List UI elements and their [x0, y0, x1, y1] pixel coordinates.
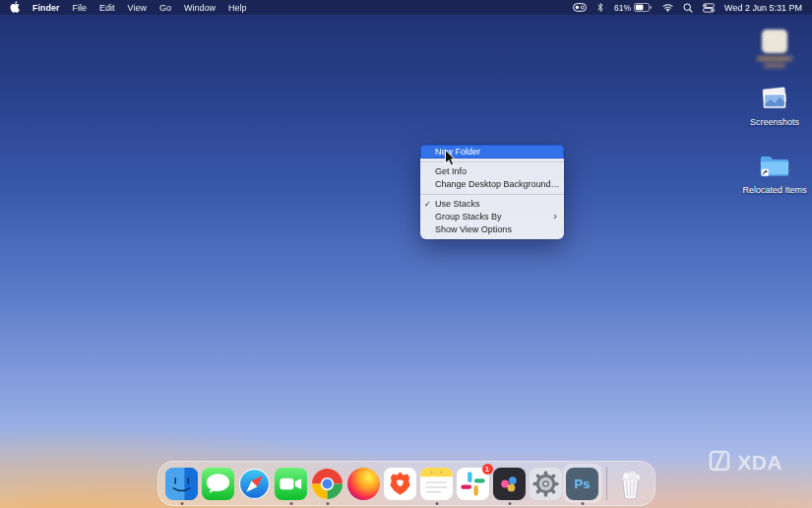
menu-item-show-view-options[interactable]: Show View Options: [420, 223, 564, 236]
dark-photo-app-icon: [493, 468, 526, 500]
spotlight-search-icon[interactable]: [683, 3, 693, 13]
running-indicator: [326, 502, 329, 505]
menu-edit[interactable]: Edit: [99, 3, 115, 13]
dock-app-safari[interactable]: [238, 467, 272, 500]
desktop-icon-blurred-app[interactable]: [745, 30, 804, 68]
running-indicator: [289, 502, 292, 505]
menu-separator: [420, 194, 564, 195]
dock-app-system-preferences[interactable]: [530, 467, 563, 500]
notes-icon: [420, 468, 453, 500]
dock-app-facetime[interactable]: [275, 467, 308, 500]
wifi-icon[interactable]: [662, 3, 673, 12]
menu-item-new-folder[interactable]: New Folder: [420, 145, 564, 159]
menu-window[interactable]: Window: [184, 3, 216, 13]
desktop[interactable]: { "menu_bar": { "app_name": "Finder", "m…: [0, 0, 812, 508]
facetime-icon: [275, 468, 307, 500]
trash-icon: [614, 468, 647, 500]
desktop-icon-relocated-items[interactable]: Relocated Items: [740, 153, 809, 195]
bluetooth-icon[interactable]: [596, 2, 604, 13]
alias-folder-icon: [759, 153, 790, 183]
menu-go[interactable]: Go: [159, 3, 171, 13]
menu-bar-clock[interactable]: Wed 2 Jun 5:31 PM: [724, 3, 802, 13]
battery-icon: [634, 3, 653, 12]
messages-icon: [202, 468, 234, 500]
menu-separator: [420, 161, 564, 162]
blurred-label-line: [764, 63, 785, 68]
checkmark-icon: ✓: [424, 198, 431, 211]
menu-item-change-desktop-background[interactable]: Change Desktop Background…: [420, 178, 564, 191]
xda-logo-icon: [708, 449, 731, 476]
dock-app-notes[interactable]: [420, 467, 454, 500]
battery-percent: 61%: [614, 3, 631, 13]
dock-app-firefox[interactable]: [347, 467, 381, 500]
menu-item-use-stacks[interactable]: ✓ Use Stacks: [420, 198, 564, 211]
blurred-label-line: [757, 56, 792, 61]
menu-file[interactable]: File: [73, 3, 88, 13]
photoshop-icon: Ps: [566, 468, 598, 500]
dock-app-photoshop[interactable]: Ps: [566, 467, 599, 500]
running-indicator: [180, 502, 183, 505]
menu-item-group-stacks-by[interactable]: Group Stacks By ›: [420, 211, 564, 223]
toggle-pill-icon[interactable]: [573, 3, 587, 12]
brave-icon: [384, 468, 416, 500]
dock-app-slack[interactable]: 1: [457, 467, 490, 500]
context-menu: New Folder Get Info Change Desktop Backg…: [420, 145, 564, 239]
menu-help[interactable]: Help: [228, 3, 247, 13]
firefox-icon: [347, 468, 380, 500]
dock-app-dark-photo-app[interactable]: [493, 467, 527, 500]
xda-watermark: XDA: [708, 449, 782, 476]
blurred-app-icon: [762, 30, 787, 53]
dock-separator: [606, 467, 607, 500]
xda-watermark-text: XDA: [737, 451, 782, 475]
apple-menu-icon[interactable]: [10, 1, 20, 15]
desktop-icon-label: Relocated Items: [742, 185, 806, 195]
control-center-icon[interactable]: [703, 3, 715, 13]
battery-indicator[interactable]: 61%: [614, 3, 653, 13]
finder-icon: [165, 468, 198, 500]
running-indicator: [508, 502, 511, 505]
menu-bar: Finder File Edit View Go Window Help 61%…: [0, 0, 812, 15]
dock: 1 Ps: [157, 461, 656, 506]
desktop-icon-label: Screenshots: [750, 117, 799, 127]
gear-icon: [530, 468, 562, 500]
menu-view[interactable]: View: [128, 3, 147, 13]
running-indicator: [581, 502, 584, 505]
dock-app-finder[interactable]: [165, 467, 199, 500]
dock-trash[interactable]: [614, 467, 648, 500]
menu-item-get-info[interactable]: Get Info: [420, 165, 564, 178]
desktop-icon-screenshots[interactable]: Screenshots: [745, 86, 804, 127]
notification-badge: 1: [482, 464, 493, 475]
chrome-icon: [311, 468, 344, 500]
running-indicator: [435, 502, 438, 505]
menu-app-name[interactable]: Finder: [32, 3, 60, 13]
dock-app-messages[interactable]: [202, 467, 235, 500]
dock-app-brave[interactable]: [384, 467, 417, 500]
safari-icon: [238, 468, 271, 500]
submenu-chevron-icon: ›: [553, 210, 557, 222]
dock-app-chrome[interactable]: [311, 467, 344, 500]
screenshots-stack-icon: [760, 86, 789, 115]
